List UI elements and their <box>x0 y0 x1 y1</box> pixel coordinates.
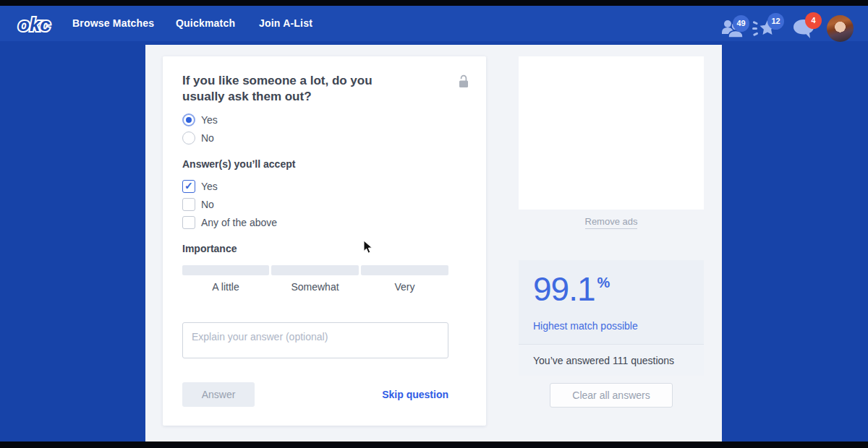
top-navbar: okc Browse Matches Quickmatch Join A-Lis… <box>0 6 868 41</box>
question-card: If you like someone a lot, do you usuall… <box>163 56 486 426</box>
checkbox-option-any[interactable]: Any of the above <box>182 216 277 229</box>
clear-all-answers-button[interactable]: Clear all answers <box>550 383 673 408</box>
importance-section-label: Importance <box>182 243 237 254</box>
radio-option-no[interactable]: No <box>182 132 214 145</box>
importance-label-somewhat: Somewhat <box>271 281 359 293</box>
question-title-line2: usually ask them out? <box>182 89 399 105</box>
quickmatch-badge: 12 <box>767 13 784 30</box>
importance-label-a-little: A little <box>182 281 269 293</box>
match-caption: Highest match possible <box>533 320 638 332</box>
content-column: If you like someone a lot, do you usuall… <box>145 45 722 441</box>
nav-join-a-list[interactable]: Join A-List <box>259 6 312 41</box>
question-title-line1: If you like someone a lot, do you <box>182 73 399 89</box>
checkbox-label: No <box>201 199 214 210</box>
answer-button[interactable]: Answer <box>182 382 255 407</box>
importance-label-very: Very <box>361 281 448 293</box>
ad-placeholder <box>519 56 704 210</box>
importance-bar-somewhat[interactable] <box>271 265 359 275</box>
okcupid-questions-page: okc Browse Matches Quickmatch Join A-Lis… <box>0 0 868 448</box>
messages-badge: 4 <box>805 12 822 29</box>
nav-quickmatch[interactable]: Quickmatch <box>176 6 235 41</box>
letterbox-top <box>0 0 868 6</box>
remove-ads-link[interactable]: Remove ads <box>585 216 638 229</box>
percent-sign: % <box>597 275 610 290</box>
skip-question-link[interactable]: Skip question <box>382 389 448 400</box>
profile-avatar[interactable] <box>827 15 854 42</box>
importance-bar-very[interactable] <box>361 265 448 275</box>
checkbox-unchecked-icon <box>182 198 195 211</box>
accept-section-label: Answer(s) you’ll accept <box>182 158 295 170</box>
match-percentage-box: 99.1% Highest match possible <box>519 260 704 344</box>
radio-label: No <box>201 132 214 144</box>
explain-answer-input[interactable] <box>182 322 448 358</box>
letterbox-bottom <box>0 441 868 448</box>
nav-browse-matches[interactable]: Browse Matches <box>72 6 154 41</box>
radio-selected-icon <box>182 113 195 126</box>
radio-unselected-icon <box>182 132 195 145</box>
match-percentage-value: 99.1% <box>533 270 610 309</box>
svg-text:okc: okc <box>18 14 51 35</box>
mouse-cursor <box>363 240 373 254</box>
match-number: 99.1 <box>533 270 595 308</box>
radio-option-yes[interactable]: Yes <box>182 113 218 126</box>
remove-ads-wrap: Remove ads <box>519 215 704 228</box>
checkbox-unchecked-icon <box>182 216 195 229</box>
okcupid-logo[interactable]: okc <box>15 10 59 42</box>
radio-label: Yes <box>201 114 218 126</box>
checkbox-option-yes[interactable]: Yes <box>182 180 218 193</box>
checkbox-label: Any of the above <box>201 217 277 228</box>
checkbox-option-no[interactable]: No <box>182 198 214 211</box>
likes-badge: 49 <box>733 15 749 32</box>
question-title: If you like someone a lot, do you usuall… <box>182 73 399 105</box>
checkbox-label: Yes <box>201 181 218 192</box>
unlocked-padlock-icon[interactable] <box>457 74 469 88</box>
answered-count: You’ve answered 111 questions <box>519 344 704 376</box>
checkbox-checked-icon <box>182 180 195 193</box>
importance-bar-a-little[interactable] <box>182 265 269 275</box>
